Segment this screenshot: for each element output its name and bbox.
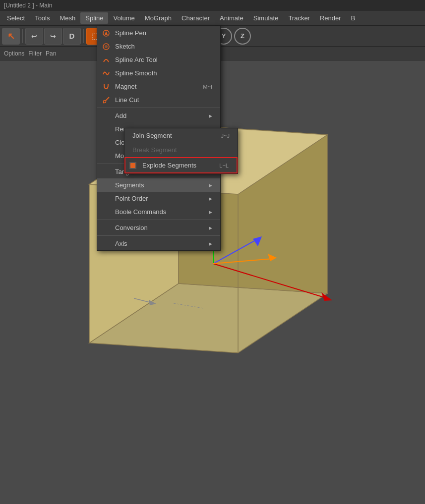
svg-point-23: [104, 100, 106, 103]
toolbar-redo-btn[interactable]: ↪: [44, 28, 62, 45]
menu-spline-arc[interactable]: Spline Arc Tool: [97, 53, 220, 66]
spline-arc-icon: [101, 55, 111, 65]
toolbar-d-btn[interactable]: D: [63, 28, 81, 45]
toolbar-undo-btn[interactable]: ↩: [25, 28, 43, 45]
title-bar: [Untitled 2 ] - Main: [0, 0, 425, 11]
menu-axis[interactable]: Axis: [97, 237, 220, 250]
menu-simulate[interactable]: Simulate: [248, 12, 284, 24]
menu-select[interactable]: Select: [2, 12, 30, 24]
line-cut-icon: [101, 95, 111, 105]
sub-options[interactable]: Options: [4, 50, 24, 57]
sep-3: [97, 220, 220, 220]
menu-tools[interactable]: Tools: [30, 12, 55, 24]
sub-pan[interactable]: Pan: [46, 50, 56, 57]
menu-volume[interactable]: Volume: [108, 12, 139, 24]
toolbar-sep-1: [22, 29, 23, 43]
sep-1: [97, 108, 220, 108]
toolbar-select-btn[interactable]: ↖: [2, 28, 20, 45]
menu-segments[interactable]: Segments: [97, 178, 220, 192]
menu-spline-pen[interactable]: Spline Pen: [97, 26, 220, 40]
segments-submenu: Join Segment J~J Break Segment Explode S…: [124, 128, 238, 174]
magnet-icon: [101, 82, 111, 92]
spline-smooth-icon: [101, 68, 111, 78]
menu-animate[interactable]: Animate: [215, 12, 248, 24]
svg-rect-24: [130, 163, 135, 168]
toolbar-z-btn[interactable]: Z: [234, 28, 251, 45]
toolbar-sep-2: [83, 29, 84, 43]
menu-magnet[interactable]: Magnet M~I: [97, 80, 220, 93]
menu-boole-commands[interactable]: Boole Commands: [97, 205, 220, 219]
menu-character[interactable]: Character: [177, 12, 215, 24]
sub-filter[interactable]: Filter: [28, 50, 42, 57]
menu-add[interactable]: Add: [97, 109, 220, 122]
menu-line-cut[interactable]: Line Cut: [97, 93, 220, 107]
menu-point-order[interactable]: Point Order: [97, 192, 220, 205]
menu-render[interactable]: Render: [315, 12, 346, 24]
menu-sketch[interactable]: Sketch: [97, 40, 220, 53]
menu-conversion[interactable]: Conversion: [97, 221, 220, 234]
menu-spline-smooth[interactable]: Spline Smooth: [97, 66, 220, 80]
menu-b[interactable]: B: [346, 12, 361, 24]
spline-pen-icon: [101, 28, 111, 38]
svg-point-19: [105, 45, 108, 48]
submenu-break-segment[interactable]: Break Segment: [124, 143, 238, 157]
sep-4: [97, 235, 220, 236]
menu-mesh[interactable]: Mesh: [55, 12, 81, 24]
submenu-join-segment[interactable]: Join Segment J~J: [124, 128, 238, 143]
menu-tracker[interactable]: Tracker: [283, 12, 315, 24]
submenu-explode-segments[interactable]: Explode Segments L~L: [124, 157, 238, 173]
sketch-icon: [101, 42, 111, 52]
menu-mograph[interactable]: MoGraph: [140, 12, 177, 24]
menu-bar: Select Tools Mesh Spline Volume MoGraph …: [0, 11, 425, 26]
window-title: [Untitled 2 ] - Main: [4, 2, 52, 9]
menu-spline[interactable]: Spline: [80, 12, 108, 24]
